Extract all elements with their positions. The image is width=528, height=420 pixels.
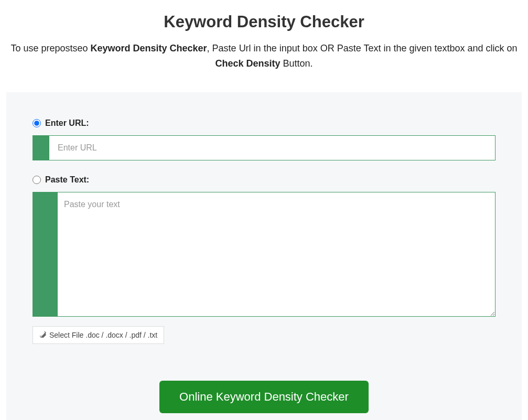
submit-row: Online Keyword Density Checker [33, 365, 495, 413]
text-input-group [33, 192, 495, 317]
check-density-button[interactable]: Online Keyword Density Checker [159, 381, 369, 413]
desc-bold1: Keyword Density Checker [91, 43, 207, 53]
select-file-label: Select File .doc / .docx / .pdf / .txt [49, 331, 157, 339]
desc-suffix: Button. [281, 58, 313, 69]
paperclip-icon [39, 331, 46, 339]
url-radio[interactable] [33, 119, 41, 127]
url-input-group [33, 135, 495, 160]
url-input[interactable] [49, 135, 495, 160]
text-radio-row: Paste Text: [33, 175, 495, 185]
text-input[interactable] [58, 192, 495, 317]
text-radio[interactable] [33, 176, 41, 184]
text-input-prefix [33, 192, 58, 317]
desc-prefix: To use prepostseo [10, 43, 90, 53]
select-file-button[interactable]: Select File .doc / .docx / .pdf / .txt [33, 326, 164, 344]
main-container: Keyword Density Checker To use prepostse… [0, 13, 528, 420]
url-input-prefix [33, 135, 49, 160]
text-radio-label[interactable]: Paste Text: [45, 175, 89, 185]
url-radio-row: Enter URL: [33, 119, 495, 128]
desc-bold2: Check Density [215, 58, 280, 69]
desc-mid: , Paste Url in the input box OR Paste Te… [207, 43, 518, 53]
url-radio-label[interactable]: Enter URL: [45, 119, 89, 128]
file-select-row: Select File .doc / .docx / .pdf / .txt [33, 326, 495, 344]
page-description: To use prepostseo Keyword Density Checke… [6, 41, 522, 71]
page-title: Keyword Density Checker [0, 13, 528, 31]
form-panel: Enter URL: Paste Text: Select File .doc … [6, 92, 522, 420]
